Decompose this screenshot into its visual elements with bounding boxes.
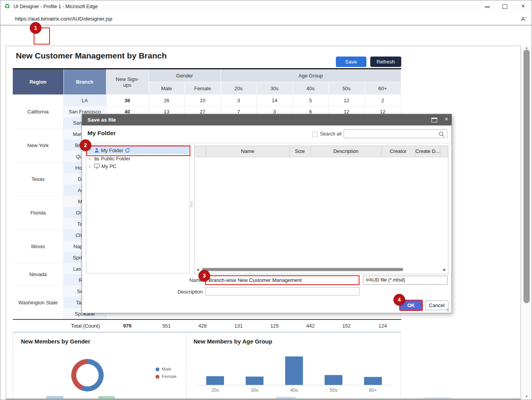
- horizontal-scrollbar[interactable]: [6, 398, 521, 400]
- file-type-value: i-AUD file (*.mtsd): [366, 277, 405, 283]
- col-size[interactable]: Size: [289, 146, 311, 157]
- current-folder-label: My Folder: [87, 130, 116, 137]
- value-cell: 14: [257, 95, 293, 106]
- divider: [82, 143, 452, 143]
- user-folder-icon: [94, 148, 99, 153]
- col-creator[interactable]: Creator: [381, 146, 415, 157]
- legend-male-dot: [156, 367, 159, 371]
- total-cell: 131: [221, 319, 257, 332]
- url-text[interactable]: https://aud.bimatrix.com/AUD/designer.js…: [15, 16, 112, 22]
- gender-donut[interactable]: [71, 359, 104, 391]
- region-cell: Texas: [13, 162, 63, 196]
- window-title: UI Designer - Profile 1 - Microsoft Edge: [14, 4, 98, 9]
- hscroll-left-icon[interactable]: ◀: [197, 268, 199, 271]
- name-label: Name: [163, 277, 203, 283]
- scroll-up-icon[interactable]: ▲: [524, 46, 529, 50]
- url-bar[interactable]: https://aud.bimatrix.com/AUD/designer.js…: [0, 13, 532, 26]
- monitor-icon: [94, 163, 100, 169]
- scrollbar-thumb[interactable]: [523, 50, 530, 303]
- col-header-60plus: 60+: [364, 82, 401, 95]
- browser-window: ♻ UI Designer - Profile 1 - Microsoft Ed…: [0, 0, 532, 400]
- bar-20s[interactable]: [206, 376, 224, 385]
- col-header-50s: 50s: [328, 82, 364, 95]
- tick-40s: 40s: [284, 388, 304, 393]
- total-cell: 551: [149, 319, 185, 332]
- tree-item-label: Public Folder: [101, 156, 130, 161]
- tick-50s: 50s: [324, 388, 343, 393]
- tree-item-my-folder[interactable]: › My Folder: [87, 146, 189, 154]
- tick-20s: 20s: [205, 388, 225, 393]
- charts-panel: New Members by Gender New Members by Age…: [13, 332, 401, 400]
- col-create-date[interactable]: Create D...: [415, 146, 440, 157]
- hscroll-right-icon[interactable]: ▶: [443, 268, 446, 271]
- legend-female-dot: [156, 375, 159, 379]
- tree-item-my-pc[interactable]: › My PC: [87, 162, 189, 170]
- tick-60plus: 60+: [363, 388, 383, 393]
- col-header-branch: Branch: [63, 69, 106, 95]
- bar-50s[interactable]: [325, 375, 342, 385]
- read-aloud-icon[interactable]: A”: [521, 16, 526, 22]
- search-input[interactable]: [344, 129, 447, 138]
- col-select: [195, 146, 206, 157]
- cancel-button[interactable]: Cancel: [425, 300, 448, 310]
- col-header-40s: 40s: [293, 82, 328, 95]
- total-label: Total (Count): [13, 319, 106, 332]
- search-all-checkbox[interactable]: [312, 132, 318, 137]
- bar-40s[interactable]: [285, 356, 303, 385]
- value-cell: 2: [364, 95, 401, 106]
- main-toolbar: </>: [0, 26, 532, 46]
- save-button[interactable]: Save: [336, 57, 366, 67]
- search-all-label: Search all: [320, 131, 342, 137]
- value-cell: 10: [185, 95, 221, 106]
- tree-item-label: My PC: [101, 163, 116, 169]
- col-header-female: Female: [185, 82, 221, 95]
- legend-male-label: Male: [162, 367, 171, 371]
- file-name-input[interactable]: [205, 275, 359, 285]
- panel-divider: [186, 333, 186, 400]
- refresh-button[interactable]: Refresh: [370, 57, 401, 67]
- step-badge-4: 4: [393, 294, 405, 306]
- chevron-right-icon[interactable]: ›: [89, 156, 92, 161]
- region-cell: California: [13, 95, 63, 129]
- file-type-select[interactable]: i-AUD file (*.mtsd): [363, 276, 448, 285]
- tick-30s: 30s: [245, 388, 264, 393]
- col-header-male: Male: [149, 82, 185, 95]
- splitter-handle[interactable]: [192, 201, 192, 208]
- value-cell: 12: [328, 95, 364, 106]
- description-input[interactable]: [205, 287, 359, 295]
- dialog-close-icon[interactable]: ×: [443, 115, 450, 123]
- tree-item-public-folder[interactable]: › Public Folder: [87, 155, 189, 162]
- close-button[interactable]: ×: [515, 0, 531, 12]
- resize-handle[interactable]: [446, 309, 450, 312]
- col-description[interactable]: Description: [311, 146, 381, 157]
- step-badge-2: 2: [80, 139, 91, 151]
- hscroll-thumb[interactable]: [202, 268, 403, 271]
- col-header-20s: 20s: [221, 82, 257, 95]
- col-header-new-signups: New Sign-ups: [106, 69, 149, 95]
- scroll-down-icon[interactable]: ▼: [524, 395, 529, 398]
- dialog-maximize-icon[interactable]: [431, 118, 437, 122]
- page-title: New Customer Management by Branch: [16, 51, 167, 60]
- total-cell: 152: [328, 319, 364, 332]
- search-icon: [439, 131, 445, 137]
- region-cell: Washington State: [13, 286, 63, 320]
- total-cell: 428: [185, 319, 221, 332]
- minimize-button[interactable]: [479, 0, 495, 12]
- total-row: Total (Count) 979 551 428 131 125 442 15…: [13, 319, 401, 332]
- folder-tree: › My Folder › Public Folder › My PC: [86, 145, 190, 273]
- refresh-icon[interactable]: [125, 148, 130, 153]
- bar-30s[interactable]: [246, 376, 263, 385]
- value-cell[interactable]: 36: [106, 95, 149, 106]
- dialog-title: Save as file: [87, 117, 116, 123]
- file-list-header: Name Size Description Creator Create D..…: [195, 146, 448, 157]
- value-cell: 3: [221, 95, 257, 106]
- chevron-right-icon[interactable]: ›: [89, 163, 92, 169]
- col-name[interactable]: Name: [206, 146, 289, 157]
- splitter-handle[interactable]: [191, 201, 191, 208]
- bar-60plus[interactable]: [364, 377, 382, 385]
- legend-female-label: Female: [162, 374, 176, 379]
- region-cell: Illinois: [13, 230, 63, 263]
- maximize-button[interactable]: [497, 0, 513, 12]
- dialog-titlebar[interactable]: Save as file ×: [82, 114, 452, 125]
- total-cell[interactable]: 979: [106, 319, 149, 332]
